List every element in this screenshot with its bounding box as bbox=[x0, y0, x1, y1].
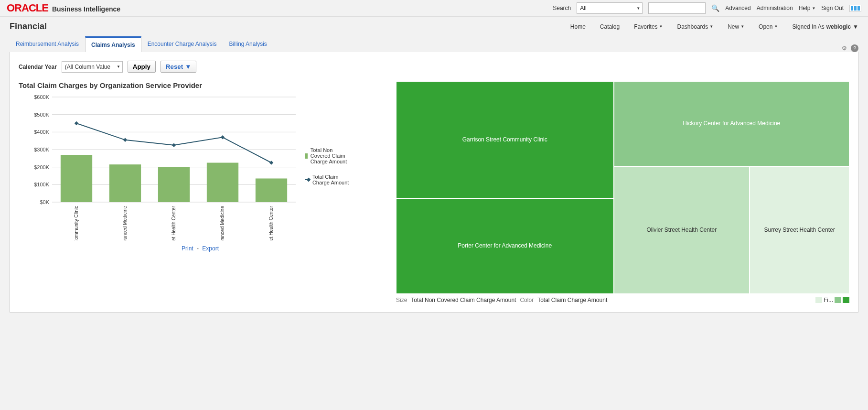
svg-rect-27 bbox=[221, 135, 225, 139]
menu-new[interactable]: New ▼ bbox=[728, 23, 744, 30]
footer-links: Print - Export bbox=[19, 245, 382, 252]
treemap: Garrison Street Community ClinicPorter C… bbox=[396, 81, 849, 294]
caret-down-icon: ▼ bbox=[659, 24, 663, 29]
tabs: Reimbursement AnalysisClaims AnalysisEnc… bbox=[10, 36, 273, 52]
svg-text:$400K: $400K bbox=[34, 129, 49, 135]
global-menu: Home Catalog Favorites ▼ Dashboards ▼ Ne… bbox=[570, 23, 858, 30]
color-swatch-low bbox=[815, 297, 822, 303]
svg-text:$0K: $0K bbox=[40, 199, 49, 205]
filter-bar: Calendar Year (All Column Value Apply Re… bbox=[19, 61, 849, 73]
treemap-color-legend: Fi... bbox=[815, 297, 849, 303]
color-label: Color bbox=[520, 297, 534, 303]
apply-button[interactable]: Apply bbox=[128, 61, 156, 73]
svg-rect-20 bbox=[207, 163, 238, 203]
treemap-cell[interactable]: Garrison Street Community Clinic bbox=[396, 81, 614, 198]
caret-down-icon: ▼ bbox=[709, 24, 713, 29]
svg-text:Surrey Street Health Center: Surrey Street Health Center bbox=[268, 205, 274, 240]
help-icon[interactable]: ? bbox=[851, 44, 858, 52]
reset-button[interactable]: Reset▼ bbox=[161, 61, 197, 73]
chart-legend: Total Non Covered Claim Charge Amount To… bbox=[305, 92, 353, 240]
color-metric: Total Claim Charge Amount bbox=[537, 297, 607, 303]
page-header: Financial Home Catalog Favorites ▼ Dashb… bbox=[0, 17, 868, 32]
caret-down-icon: ▼ bbox=[185, 63, 191, 70]
svg-rect-28 bbox=[269, 161, 273, 164]
svg-text:$500K: $500K bbox=[34, 112, 49, 118]
treemap-legend: Size Total Non Covered Claim Charge Amou… bbox=[396, 297, 849, 303]
legend-bar: Total Non Covered Claim Charge Amount bbox=[305, 147, 353, 164]
search-label: Search bbox=[553, 5, 571, 11]
svg-rect-26 bbox=[172, 143, 176, 147]
caret-down-icon: ▼ bbox=[774, 24, 778, 29]
bar-swatch-icon bbox=[305, 153, 308, 159]
chart-title: Total Claim Charges by Organization Serv… bbox=[19, 81, 382, 89]
tab-claims-analysis[interactable]: Claims Analysis bbox=[85, 36, 141, 52]
svg-rect-24 bbox=[75, 121, 78, 125]
brand-logo: ORACLE Business Intelligence bbox=[7, 2, 120, 14]
tab-row: Reimbursement AnalysisClaims AnalysisEnc… bbox=[0, 36, 868, 52]
caret-down-icon: ▼ bbox=[853, 23, 858, 30]
svg-rect-18 bbox=[158, 167, 190, 202]
svg-text:Hickory Center for Advanced Me: Hickory Center for Advanced Medicine bbox=[122, 206, 128, 240]
menu-dashboards[interactable]: Dashboards ▼ bbox=[677, 23, 714, 30]
treemap-panel: Garrison Street Community ClinicPorter C… bbox=[396, 81, 849, 303]
line-swatch-icon bbox=[305, 179, 310, 180]
print-link[interactable]: Print bbox=[182, 245, 193, 252]
search-scope-select[interactable]: All bbox=[577, 2, 643, 14]
administration-link[interactable]: Administration bbox=[757, 5, 793, 11]
menu-open[interactable]: Open ▼ bbox=[759, 23, 778, 30]
help-menu[interactable]: Help▼ bbox=[799, 5, 816, 11]
export-link[interactable]: Export bbox=[202, 245, 219, 252]
svg-text:Olivier Street Health Center: Olivier Street Health Center bbox=[171, 205, 176, 240]
treemap-cell[interactable]: Olivier Street Health Center bbox=[614, 166, 750, 294]
filter-label: Calendar Year bbox=[19, 64, 57, 70]
tab-billing-analysis[interactable]: Billing Analysis bbox=[223, 36, 273, 52]
search-input[interactable] bbox=[648, 2, 706, 14]
advanced-link[interactable]: Advanced bbox=[725, 5, 750, 11]
top-header: ORACLE Business Intelligence Search All … bbox=[0, 0, 868, 17]
menu-catalog[interactable]: Catalog bbox=[600, 23, 620, 30]
apps-icon[interactable] bbox=[849, 5, 861, 12]
svg-text:Porter Center for Advanced Med: Porter Center for Advanced Medicine bbox=[220, 206, 225, 240]
caret-down-icon: ▼ bbox=[812, 6, 815, 11]
svg-rect-22 bbox=[256, 179, 287, 203]
search-icon[interactable]: 🔍 bbox=[711, 4, 719, 12]
signout-link[interactable]: Sign Out bbox=[821, 5, 844, 11]
color-swatch-mid bbox=[835, 297, 841, 303]
calendar-year-select[interactable]: (All Column Value bbox=[62, 61, 123, 73]
svg-text:$300K: $300K bbox=[34, 147, 49, 152]
treemap-cell[interactable]: Hickory Center for Advanced Medicine bbox=[614, 81, 849, 166]
menu-favorites[interactable]: Favorites ▼ bbox=[634, 23, 663, 30]
gear-icon[interactable]: ⚙ bbox=[842, 45, 847, 52]
page-title: Financial bbox=[10, 22, 47, 32]
brand-suffix: Business Intelligence bbox=[52, 5, 120, 13]
content-frame: Calendar Year (All Column Value Apply Re… bbox=[10, 52, 858, 313]
svg-text:$100K: $100K bbox=[34, 182, 49, 187]
legend-line: Total Claim Charge Amount bbox=[305, 174, 353, 185]
chart-panel: Total Claim Charges by Organization Serv… bbox=[19, 81, 382, 252]
caret-down-icon: ▼ bbox=[740, 24, 744, 29]
size-label: Size bbox=[396, 297, 407, 303]
svg-text:Garrison Street Community Clin: Garrison Street Community Clinic bbox=[74, 206, 79, 240]
search-scope-value: All bbox=[580, 5, 586, 11]
tab-encounter-charge-analysis[interactable]: Encounter Charge Analysis bbox=[141, 36, 223, 52]
color-swatch-high bbox=[843, 297, 849, 303]
top-header-right: Search All 🔍 Advanced Administration Hel… bbox=[553, 2, 861, 14]
brand-name: ORACLE bbox=[7, 2, 48, 14]
treemap-cell[interactable]: Surrey Street Health Center bbox=[750, 166, 849, 294]
tab-tools: ⚙ ? bbox=[842, 44, 858, 52]
size-metric: Total Non Covered Claim Charge Amount bbox=[411, 297, 516, 303]
claims-chart: $0K$100K$200K$300K$400K$500K$600KGarriso… bbox=[19, 92, 300, 240]
svg-text:$200K: $200K bbox=[34, 164, 49, 170]
svg-text:$600K: $600K bbox=[34, 94, 49, 100]
menu-home[interactable]: Home bbox=[570, 23, 586, 30]
svg-rect-25 bbox=[123, 138, 127, 142]
treemap-cell[interactable]: Porter Center for Advanced Medicine bbox=[396, 198, 614, 294]
tab-reimbursement-analysis[interactable]: Reimbursement Analysis bbox=[10, 36, 85, 52]
svg-rect-16 bbox=[109, 164, 141, 202]
signed-in-as[interactable]: Signed In As weblogic ▼ bbox=[792, 23, 858, 30]
svg-rect-14 bbox=[61, 155, 92, 202]
